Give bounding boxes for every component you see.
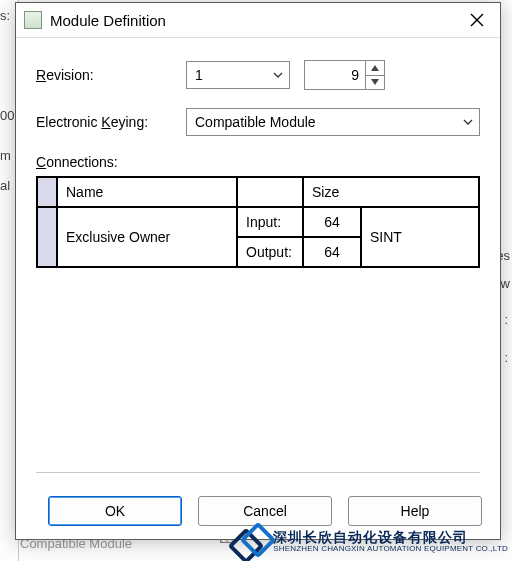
- keying-combo[interactable]: Compatible Module: [186, 108, 480, 136]
- keying-row: Electronic Keying: Compatible Module: [36, 108, 480, 136]
- datatype-cell[interactable]: SINT: [361, 207, 479, 267]
- bg-fragment: m: [0, 148, 11, 163]
- revision-major-combo[interactable]: 1: [186, 61, 290, 89]
- row-header[interactable]: [37, 207, 57, 267]
- revision-major-value: 1: [195, 67, 203, 83]
- close-button[interactable]: [454, 3, 500, 37]
- close-icon: [470, 13, 484, 27]
- chevron-down-icon: [463, 117, 473, 127]
- spinner-up-button[interactable]: [366, 61, 384, 76]
- app-icon: [24, 11, 42, 29]
- help-button[interactable]: Help: [348, 496, 482, 526]
- revision-label: Revision:: [36, 67, 186, 83]
- chevron-down-icon: [273, 70, 283, 80]
- connections-label: Connections:: [36, 154, 480, 170]
- table-header-row: Name Size: [37, 177, 479, 207]
- output-label-cell: Output:: [237, 237, 303, 267]
- output-size-cell[interactable]: 64: [303, 237, 361, 267]
- titlebar[interactable]: Module Definition: [16, 3, 500, 38]
- revision-minor-spinner[interactable]: [304, 60, 385, 90]
- bg-fragment: s:: [0, 8, 10, 23]
- chevron-down-icon: [371, 79, 379, 85]
- bg-fragment: 00: [0, 108, 14, 123]
- separator: [36, 472, 480, 473]
- dialog-body: Revision: 1 Electroni: [16, 38, 500, 483]
- col-header-blank: [237, 177, 303, 207]
- table-row: Exclusive Owner Input: 64 SINT: [37, 207, 479, 237]
- revision-row: Revision: 1: [36, 60, 480, 90]
- connection-name-cell[interactable]: Exclusive Owner: [57, 207, 237, 267]
- input-size-cell[interactable]: 64: [303, 207, 361, 237]
- bg-fragment: :: [504, 312, 508, 327]
- bg-fragment: :: [504, 350, 508, 365]
- keying-value: Compatible Module: [195, 114, 316, 130]
- cancel-button[interactable]: Cancel: [198, 496, 332, 526]
- ok-button[interactable]: OK: [48, 496, 182, 526]
- keying-label: Electronic Keying:: [36, 114, 186, 130]
- spinner-down-button[interactable]: [366, 76, 384, 90]
- col-header-name: Name: [57, 177, 237, 207]
- revision-minor-input[interactable]: [305, 61, 365, 89]
- connections-table: Name Size Exclusive Owner Input: 64 SINT…: [36, 176, 480, 268]
- module-definition-dialog: Module Definition Revision: 1: [15, 2, 501, 540]
- col-header-size: Size: [303, 177, 479, 207]
- input-label-cell: Input:: [237, 207, 303, 237]
- row-header-corner: [37, 177, 57, 207]
- chevron-up-icon: [371, 65, 379, 71]
- dialog-footer: OK Cancel Help: [16, 483, 500, 539]
- window-title: Module Definition: [50, 12, 454, 29]
- bg-fragment: al: [0, 178, 10, 193]
